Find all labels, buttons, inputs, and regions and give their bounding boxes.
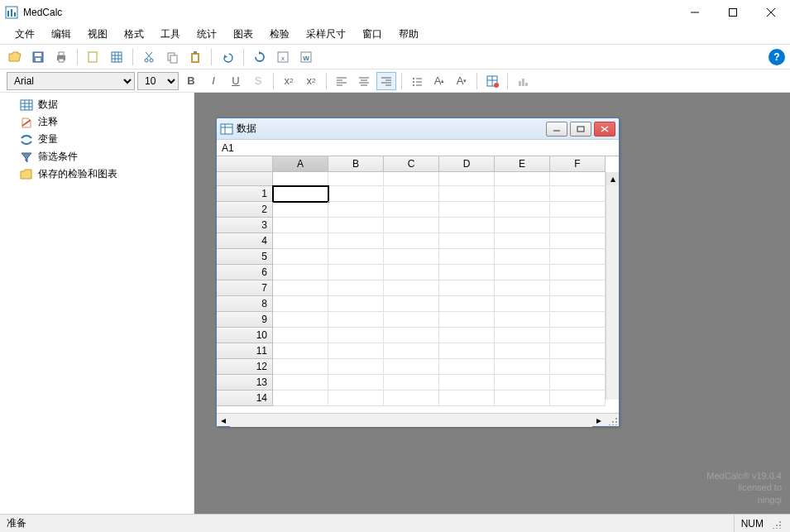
menu-edit[interactable]: 编辑 xyxy=(43,25,79,45)
spreadsheet-grid[interactable]: ABCDEF1234567891011121314 xyxy=(217,156,619,406)
row-header[interactable]: 12 xyxy=(217,359,273,375)
row-header[interactable]: 2 xyxy=(217,202,273,218)
increase-font-button[interactable]: A▴ xyxy=(429,72,449,90)
export-word-button[interactable]: W xyxy=(296,47,316,67)
grid-cell[interactable] xyxy=(495,391,550,406)
export-excel-button[interactable]: x xyxy=(273,47,293,67)
column-header[interactable]: F xyxy=(550,156,606,172)
align-left-button[interactable] xyxy=(332,72,352,90)
grid-cell[interactable] xyxy=(495,186,550,202)
row-header[interactable]: 6 xyxy=(217,265,273,280)
refresh-button[interactable] xyxy=(250,47,270,67)
grid-cell[interactable] xyxy=(550,296,606,312)
grid-cell[interactable] xyxy=(439,312,495,328)
cut-button[interactable] xyxy=(139,47,159,67)
font-size-select[interactable]: 10 xyxy=(137,72,179,90)
grid-cell[interactable] xyxy=(273,359,328,375)
grid-cell[interactable] xyxy=(550,375,606,391)
undo-button[interactable] xyxy=(218,47,237,67)
new-sheet-button[interactable] xyxy=(84,47,103,67)
bullet-list-button[interactable] xyxy=(407,72,427,90)
menu-format[interactable]: 格式 xyxy=(116,25,152,45)
scroll-right-icon[interactable]: ▸ xyxy=(592,414,606,427)
row-header[interactable]: 3 xyxy=(217,218,273,233)
grid-cell[interactable] xyxy=(439,391,495,406)
grid-cell[interactable] xyxy=(439,186,495,202)
grid-cell[interactable] xyxy=(495,280,550,296)
grid-cell[interactable] xyxy=(550,265,606,280)
grid-cell[interactable] xyxy=(439,265,495,280)
grid-cell[interactable] xyxy=(550,312,606,328)
sidebar-item-data[interactable]: 数据 xyxy=(5,96,194,113)
grid-cell[interactable] xyxy=(384,280,439,296)
align-center-button[interactable] xyxy=(354,72,374,90)
horizontal-scrollbar[interactable]: ◂ ▸ xyxy=(217,413,619,426)
grid-cell[interactable] xyxy=(328,265,384,280)
grid-cell[interactable] xyxy=(439,280,495,296)
grid-cell[interactable] xyxy=(273,328,328,343)
menu-file[interactable]: 文件 xyxy=(7,25,43,45)
align-right-button[interactable] xyxy=(376,72,396,90)
row-header[interactable]: 7 xyxy=(217,280,273,296)
grid-cell[interactable] xyxy=(273,312,328,328)
grid-cell[interactable] xyxy=(273,265,328,280)
sidebar-item-filter[interactable]: 筛选条件 xyxy=(5,148,194,165)
save-button[interactable] xyxy=(28,47,48,67)
grid-cell[interactable] xyxy=(495,343,550,359)
grid-cell[interactable] xyxy=(328,202,384,218)
cell-reference-box[interactable]: A1 xyxy=(217,140,619,156)
grid-cell[interactable] xyxy=(495,218,550,233)
column-header[interactable]: B xyxy=(328,156,384,172)
subscript-button[interactable]: x2 xyxy=(279,72,299,90)
grid-cell[interactable] xyxy=(384,249,439,265)
grid-cell[interactable] xyxy=(328,186,384,202)
scroll-up-icon[interactable]: ▴ xyxy=(606,172,619,185)
underline-button[interactable]: U xyxy=(226,72,246,90)
menu-tests[interactable]: 检验 xyxy=(261,25,298,45)
grid-cell[interactable] xyxy=(328,233,384,249)
menu-window[interactable]: 窗口 xyxy=(354,25,390,45)
grid-cell[interactable] xyxy=(384,328,439,343)
grid-cell[interactable] xyxy=(328,391,384,406)
menu-sample[interactable]: 采样尺寸 xyxy=(298,25,354,45)
grid-cell[interactable] xyxy=(328,312,384,328)
grid-cell[interactable] xyxy=(495,359,550,375)
row-header[interactable]: 10 xyxy=(217,328,273,343)
grid-cell[interactable] xyxy=(384,218,439,233)
column-header[interactable]: C xyxy=(384,156,439,172)
data-window-maximize-button[interactable] xyxy=(570,122,591,137)
menu-stats[interactable]: 统计 xyxy=(189,25,225,45)
menu-view[interactable]: 视图 xyxy=(79,25,116,45)
grid-cell[interactable] xyxy=(328,280,384,296)
grid-cell[interactable] xyxy=(439,328,495,343)
grid-cell[interactable] xyxy=(384,265,439,280)
grid-cell[interactable] xyxy=(550,233,606,249)
select-all-corner[interactable] xyxy=(217,156,273,172)
column-header[interactable]: E xyxy=(495,156,550,172)
copy-button[interactable] xyxy=(162,47,182,67)
grid-cell[interactable] xyxy=(273,233,328,249)
data-window-close-button[interactable] xyxy=(594,122,615,137)
row-header[interactable]: 4 xyxy=(217,233,273,249)
grid-cell[interactable] xyxy=(328,343,384,359)
column-header[interactable]: A xyxy=(273,156,328,172)
grid-cell[interactable] xyxy=(384,186,439,202)
data-window-minimize-button[interactable] xyxy=(546,122,567,137)
grid-cell[interactable] xyxy=(495,375,550,391)
grid-cell[interactable] xyxy=(550,343,606,359)
font-family-select[interactable]: Arial xyxy=(7,72,135,90)
grid-cell[interactable] xyxy=(328,359,384,375)
help-button[interactable]: ? xyxy=(768,49,785,65)
grid-cell[interactable] xyxy=(273,391,328,406)
grid-cell[interactable] xyxy=(328,296,384,312)
window-maximize-button[interactable] xyxy=(714,0,752,25)
grid-cell[interactable] xyxy=(328,328,384,343)
paste-button[interactable] xyxy=(185,47,205,67)
grid-cell[interactable] xyxy=(495,296,550,312)
grid-cell[interactable] xyxy=(439,249,495,265)
row-header[interactable]: 9 xyxy=(217,312,273,328)
grid-cell[interactable] xyxy=(495,202,550,218)
grid-cell[interactable] xyxy=(384,343,439,359)
vertical-scrollbar[interactable]: ▴ xyxy=(606,172,619,400)
grid-cell[interactable] xyxy=(384,296,439,312)
